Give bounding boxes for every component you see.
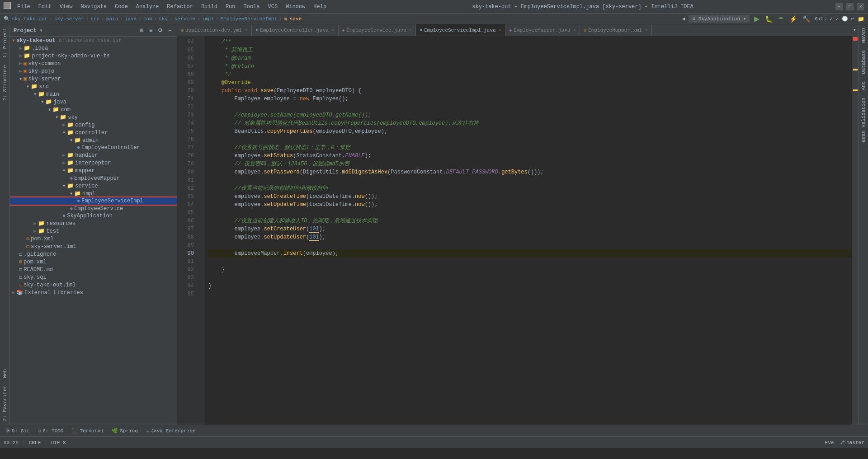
code-editor[interactable]: 64 65 66 67 68 69 70 71 72 73 74 75 76 7… [177,36,858,425]
tree-item-test[interactable]: ▶ 📁 test [10,227,177,235]
tree-item-src[interactable]: ▾ 📁 src [10,83,177,90]
status-line-col[interactable]: 90:29 [4,440,19,445]
tree-item-com[interactable]: ▾ 📁 com [10,106,177,113]
tab-close-employee-mapper-java[interactable]: × [573,28,576,33]
tree-item-employee-service[interactable]: ◈ EmployeeService [10,205,177,212]
tree-item-mapper[interactable]: ▾ 📁 mapper [10,167,177,174]
tab-close-employee-service-impl[interactable]: × [499,28,502,33]
left-tool-windows[interactable]: 1: Project 2: Structure Web 2: Favorites [0,24,10,425]
maximize-button[interactable]: □ [846,3,854,10]
favorites-panel-tab[interactable]: 2: Favorites [1,382,9,425]
status-encoding[interactable]: UTF-8 [51,440,66,445]
tree-item-service[interactable]: ▾ 📁 service [10,182,177,190]
sidebar-locate-button[interactable]: ⊕ [137,26,146,34]
open-in-explorer-button[interactable]: 📁 [858,16,864,22]
tree-item-sky-server-iml[interactable]: ◻ sky-server.iml [10,243,177,250]
tree-item-pom[interactable]: ⚙ pom.xml [10,235,177,243]
breadcrumb-service[interactable]: service [175,16,195,22]
breadcrumb-main[interactable]: main [106,16,118,22]
java-enterprise-bottom-tab[interactable]: ☕ Java Enterprise [142,427,199,435]
profile-button[interactable]: ⚡ [788,14,798,23]
tab-application-dev[interactable]: ▣ application-dev.yml × [177,24,252,36]
menu-tools[interactable]: Tools [240,2,264,12]
gutter-90[interactable] [198,85,205,93]
tree-item-sky[interactable]: ▾ 📁 sky [10,113,177,121]
tree-item-sky-common[interactable]: ▶ ▣ sky-common [10,60,177,67]
back-button[interactable]: ◀ [682,16,685,22]
todo-bottom-tab[interactable]: ☑ 6: TODO [34,427,67,435]
breadcrumb-root[interactable]: sky-take-out [12,16,47,22]
code-content[interactable]: /** * 新增员工 * @param * @return */ @Overri… [205,36,852,425]
tree-item-root[interactable]: ▾ sky-take-out D:\HEIMA\sky-take-out [10,37,177,44]
breadcrumb-sky[interactable]: sky [159,16,168,22]
tab-employee-controller[interactable]: ● EmployeeController.java × [252,24,338,36]
tree-item-controller[interactable]: ▾ 📁 controller [10,129,177,136]
close-button[interactable]: × [857,3,864,10]
tree-item-sky-application[interactable]: ● SkyApplication [10,212,177,220]
tab-close-employee-mapper-xml[interactable]: × [645,28,648,33]
tree-item-sky-server[interactable]: ▾ ▣ sky-server [10,75,177,83]
tab-employee-service-impl[interactable]: ● EmployeeServiceImpl.java × [416,24,505,36]
tree-item-interceptor[interactable]: ▶ 📁 interceptor [10,159,177,167]
menu-edit[interactable]: Edit [35,2,55,12]
bottom-toolbar[interactable]: ⑨ 9: Git ☑ 6: TODO ⬛ Terminal 🌿 Spring ☕… [0,425,868,436]
tree-item-project-sky[interactable]: ▶ 📁 project-sky-admin-vue-ts [10,52,177,60]
minimize-button[interactable]: − [835,3,843,10]
tree-item-external-libraries[interactable]: ▶ 📚 External Libraries [10,289,177,296]
build-button[interactable]: 🔨 [802,14,811,23]
status-notifications[interactable]: Eve [825,440,834,445]
debug-button[interactable]: 🐛 [764,14,774,23]
status-crlf[interactable]: CRLF [29,440,41,445]
tree-item-employee-service-impl[interactable]: ● EmployeeServiceImpl [10,197,177,205]
menu-view[interactable]: View [56,2,76,12]
tree-item-root-iml[interactable]: ◻ sky-take-out.iml [10,281,177,289]
tree-item-resources[interactable]: ▶ 📁 resources [10,220,177,227]
breadcrumb-search-icon[interactable]: 🔍 [4,16,10,22]
tree-item-java[interactable]: ▾ 📁 java [10,98,177,106]
menu-build[interactable]: Build [198,2,221,12]
breadcrumb-method[interactable]: m save [284,16,302,22]
tree-item-readme[interactable]: ◻ README.md [10,266,177,273]
gutter-73[interactable] [198,61,205,69]
maven-tab[interactable]: Maven [859,24,868,47]
status-branch[interactable]: ⎇ master [839,440,864,445]
database-tab[interactable]: Database [859,47,868,78]
sidebar-collapse-button[interactable]: ≡ [147,26,154,34]
tree-item-employee-mapper[interactable]: ◈ EmployeeMapper [10,174,177,182]
web-panel-tab[interactable]: Web [1,365,9,382]
project-tree[interactable]: ▾ sky-take-out D:\HEIMA\sky-take-out ▶ 📁… [10,37,177,425]
editor-tabs[interactable]: ▣ application-dev.yml × ● EmployeeContro… [177,24,858,36]
gutter-71[interactable] [198,44,205,52]
tab-employee-mapper-xml[interactable]: ⚙ EmployeeMapper.xml × [580,24,651,36]
editor-scrollbar[interactable] [852,36,858,425]
menu-navigate[interactable]: Navigate [77,2,110,12]
menu-window[interactable]: Window [282,2,309,12]
bean-validation-tab[interactable]: Bean Validation [859,94,868,146]
menu-run[interactable]: Run [222,2,239,12]
tree-item-idea[interactable]: ▶ 📁 .idea [10,44,177,52]
tree-item-admin[interactable]: ▾ 📁 admin [10,136,177,144]
menu-help[interactable]: Help [310,2,330,12]
menu-refactor[interactable]: Refactor [163,2,197,12]
gutter-75[interactable] [198,77,205,85]
gutter-72[interactable] [198,52,205,61]
menu-file[interactable]: File [14,2,34,12]
structure-panel-tab[interactable]: 2: Structure [1,61,9,104]
gutter-70[interactable] [198,36,205,44]
breadcrumb-com[interactable]: com [143,16,152,22]
tree-item-config[interactable]: ▶ 📁 config [10,121,177,129]
ant-tab[interactable]: Ant [859,78,868,94]
menu-analyze[interactable]: Analyze [132,2,162,12]
tab-overflow-button[interactable]: ▾ [851,25,858,35]
menu-vcs[interactable]: VCS [264,2,282,12]
tree-item-sky-pojo[interactable]: ▶ ▣ sky-pojo [10,67,177,75]
tab-close-employee-service[interactable]: × [409,28,412,33]
breadcrumb-java[interactable]: java [125,16,137,22]
breadcrumb-class[interactable]: EmployeeServiceImpl [221,16,277,22]
coverage-button[interactable]: ☂ [777,14,785,23]
run-config-selector[interactable]: ⚙ SkyApplication ▾ [689,15,750,23]
tab-close-application-dev[interactable]: × [245,28,248,33]
project-panel-tab[interactable]: 1: Project [1,24,9,61]
tree-item-gitignore[interactable]: ◻ .gitignore [10,250,177,258]
gutter-74[interactable] [198,69,205,77]
